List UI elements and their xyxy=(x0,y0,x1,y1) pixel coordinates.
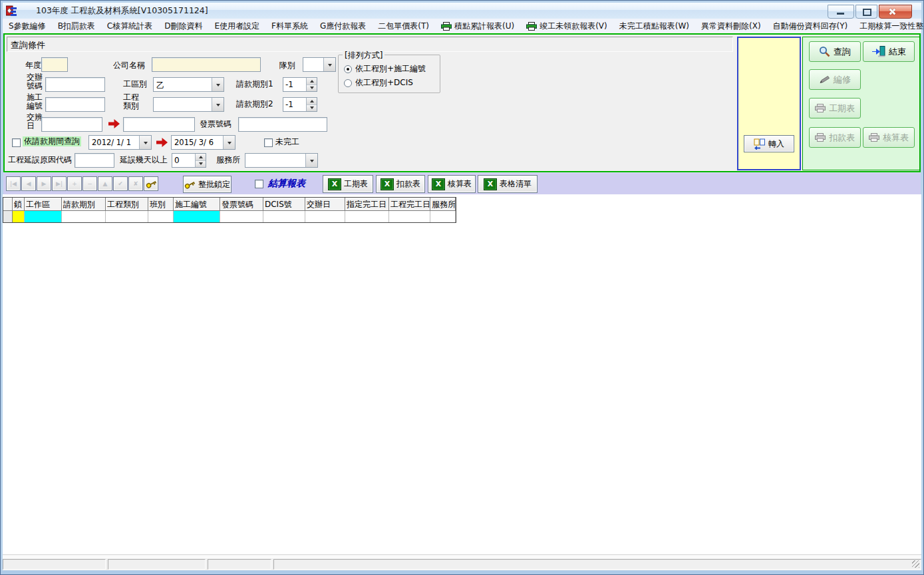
restore-button[interactable] xyxy=(855,5,877,19)
nav-prior-button[interactable]: ◀ xyxy=(21,176,36,191)
grid-area: 鎖 工作區 請款期別 工程類別 班別 施工編號 發票號碼 DCIS號 交辦日 指… xyxy=(3,194,921,554)
menu-item-points-report[interactable]: 積點累計報表(U) xyxy=(435,19,520,33)
close-button[interactable] xyxy=(879,5,912,19)
dispatch-date-to-input[interactable] xyxy=(123,117,195,132)
spin-up-icon[interactable] xyxy=(307,98,317,105)
project-type-select[interactable] xyxy=(153,97,224,112)
nav-last-button[interactable]: ▶| xyxy=(52,176,67,191)
menu-item-abnormal-delete[interactable]: 異常資料刪除(X) xyxy=(695,19,767,33)
import-button[interactable]: 轉入 xyxy=(744,135,794,152)
radio-icon[interactable] xyxy=(344,79,352,87)
spin-down-icon[interactable] xyxy=(307,85,317,92)
menu-item-subcontract-price[interactable]: 二包單價表(T) xyxy=(372,19,435,33)
menu-item-params[interactable]: S參數編修 xyxy=(3,19,52,33)
grid-cell-lock[interactable] xyxy=(13,211,25,222)
delay-days-spinner[interactable]: 0 xyxy=(172,153,206,168)
work-area-select[interactable]: 乙 xyxy=(153,77,224,92)
settlement-report-checkbox[interactable] xyxy=(255,180,263,188)
dispatch-no-input[interactable] xyxy=(45,77,105,92)
grid-cell[interactable] xyxy=(148,211,174,222)
spin-up-icon[interactable] xyxy=(196,154,206,161)
minimize-button[interactable] xyxy=(828,5,854,19)
menu-item-payable[interactable]: G應付款報表 xyxy=(314,19,372,33)
sort-option-constr-no[interactable]: 依工程別+施工編號 xyxy=(344,63,426,75)
spin-down-icon[interactable] xyxy=(307,105,317,112)
dispatch-date-from-input[interactable] xyxy=(41,117,102,132)
excel-table-list-button[interactable]: 表格清單 xyxy=(478,175,538,193)
grid-cell-work-area[interactable] xyxy=(25,211,62,222)
nav-edit-button[interactable]: ▲ xyxy=(98,176,112,191)
resize-grip[interactable] xyxy=(912,560,919,568)
menu-item-penalty[interactable]: B扣罰款表 xyxy=(52,19,101,33)
company-input[interactable] xyxy=(152,57,261,72)
calc-report-button[interactable]: 核算表 xyxy=(863,127,915,148)
nav-delete-button[interactable]: − xyxy=(82,176,97,191)
grid-cell[interactable] xyxy=(263,211,305,222)
menu-bar: S參數編修 B扣罰款表 C核算統計表 D刪除資料 E使用者設定 F料單系統 G應… xyxy=(3,19,921,33)
nav-cancel-button[interactable]: ✘ xyxy=(128,176,143,191)
schedule-report-button[interactable]: 工期表 xyxy=(809,98,861,118)
excel-icon xyxy=(432,178,445,190)
deduction-report-button[interactable]: 扣款表 xyxy=(809,127,861,148)
sort-option-dcis[interactable]: 依工程別+DCIS xyxy=(344,77,413,89)
chevron-down-icon[interactable] xyxy=(139,136,151,149)
menu-item-user-settings[interactable]: E使用者設定 xyxy=(209,19,266,33)
menu-item-unfinished-points[interactable]: 未完工積點報表(W) xyxy=(613,19,695,33)
chevron-down-icon[interactable] xyxy=(212,98,224,111)
unfinished-checkbox[interactable] xyxy=(264,138,273,147)
menu-item-delete-data[interactable]: D刪除資料 xyxy=(158,19,208,33)
data-grid[interactable]: 鎖 工作區 請款期別 工程類別 班別 施工編號 發票號碼 DCIS號 交辦日 指… xyxy=(3,197,456,223)
excel-deduction-button[interactable]: 扣款表 xyxy=(376,175,425,193)
app-icon xyxy=(6,5,17,17)
chevron-down-icon[interactable] xyxy=(212,78,224,91)
nav-first-button[interactable]: |◀ xyxy=(6,176,21,191)
grid-cell[interactable] xyxy=(430,211,456,222)
delay-code-input[interactable] xyxy=(75,153,114,168)
grid-cell[interactable] xyxy=(305,211,345,222)
exit-button[interactable]: 結束 xyxy=(863,41,915,62)
invoice-no-input[interactable] xyxy=(238,117,327,132)
chevron-down-icon[interactable] xyxy=(305,154,317,167)
menu-item-calc-stats[interactable]: C核算統計表 xyxy=(101,19,158,33)
red-arrow-icon xyxy=(156,138,168,147)
period1-spinner[interactable]: -1 xyxy=(283,77,317,92)
period-filter-checkbox[interactable] xyxy=(12,138,21,147)
period-to-date-select[interactable]: 2015/ 3/ 6 xyxy=(171,135,235,150)
grid-cell[interactable] xyxy=(106,211,148,222)
nav-post-button[interactable]: ✔ xyxy=(113,176,128,191)
excel-schedule-button[interactable]: 工期表 xyxy=(323,175,373,193)
excel-calc-button[interactable]: 核算表 xyxy=(428,175,476,193)
status-panel-3 xyxy=(208,559,271,570)
office-select[interactable] xyxy=(245,153,318,168)
period2-spinner[interactable]: -1 xyxy=(283,97,317,112)
grid-cell[interactable] xyxy=(389,211,430,222)
batch-lock-button[interactable]: 整批鎖定 xyxy=(183,176,231,193)
grid-cell[interactable] xyxy=(62,211,106,222)
menu-item-consistency[interactable]: 工期核算一致性整理(Z) xyxy=(853,19,924,33)
edit-button[interactable]: 編修 xyxy=(809,69,861,90)
nav-insert-button[interactable]: + xyxy=(67,176,82,191)
constr-no-input[interactable] xyxy=(45,97,105,112)
menu-item-unclaimed-report[interactable]: 竣工未領款報表(V) xyxy=(520,19,613,33)
team-select[interactable] xyxy=(303,57,336,72)
period-from-date-select[interactable]: 2012/ 1/ 1 xyxy=(88,135,152,150)
grid-cell[interactable] xyxy=(220,211,263,222)
spin-up-icon[interactable] xyxy=(307,78,317,85)
menu-item-backup-restore[interactable]: 自動備份資料回存(Y) xyxy=(767,19,854,33)
window-bottom-border xyxy=(0,570,924,575)
menu-item-material[interactable]: F料單系統 xyxy=(265,19,314,33)
printer-icon xyxy=(815,133,826,142)
lock-row-button[interactable] xyxy=(144,176,158,191)
nav-next-button[interactable]: ▶ xyxy=(37,176,51,191)
grid-cell[interactable] xyxy=(345,211,389,222)
radio-checked-icon[interactable] xyxy=(344,65,352,73)
grid-row-indicator[interactable] xyxy=(3,211,13,222)
search-button[interactable]: 查詢 xyxy=(809,41,861,62)
chevron-down-icon[interactable] xyxy=(323,58,335,71)
printer-icon xyxy=(869,133,879,142)
team-label: 隊別 xyxy=(279,61,295,70)
spin-down-icon[interactable] xyxy=(196,161,206,168)
chevron-down-icon[interactable] xyxy=(223,136,235,149)
year-input[interactable] xyxy=(41,57,68,72)
grid-cell-constr-no[interactable] xyxy=(174,211,220,222)
